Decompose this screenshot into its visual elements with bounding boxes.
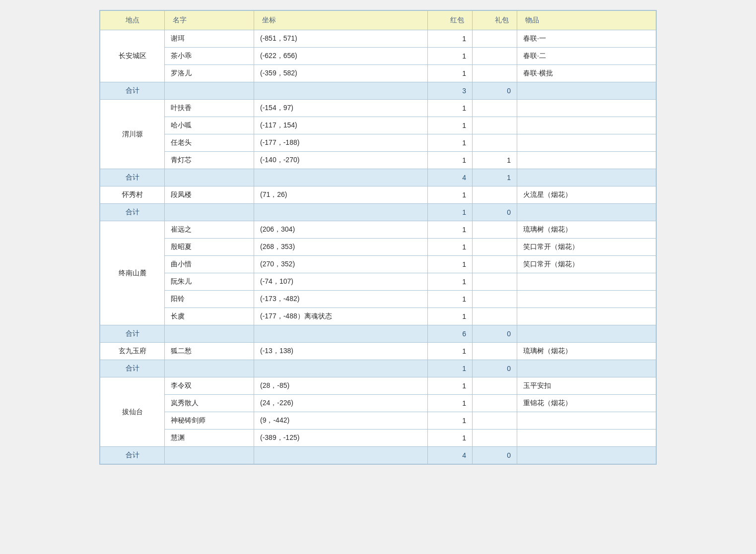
subtotal-empty-item: [517, 169, 656, 186]
cell-gift: [473, 48, 517, 65]
cell-gift: [473, 117, 517, 134]
subtotal-gift: 0: [473, 204, 517, 221]
cell-name: 哈小呱: [165, 117, 254, 134]
table-row: 长安城区谢珥(-851，571)1春联·一: [100, 30, 656, 48]
cell-coord: (24，-226): [254, 395, 428, 412]
subtotal-label: 合计: [100, 360, 165, 377]
cell-item: 重锦花（烟花）: [517, 395, 656, 412]
subtotal-red: 6: [428, 325, 473, 343]
cell-item: 火流星（烟花）: [517, 186, 656, 204]
cell-gift: [473, 377, 517, 395]
cell-gift: [473, 412, 517, 430]
cell-location: 怀秀村: [100, 186, 165, 204]
cell-item: [517, 273, 656, 291]
subtotal-empty-name: [165, 82, 254, 100]
cell-red: 1: [428, 221, 473, 239]
cell-name: 阮朱儿: [165, 273, 254, 291]
cell-name: 段凤楼: [165, 186, 254, 204]
table-row: 怀秀村段凤楼(71，26)1火流星（烟花）: [100, 186, 656, 204]
data-table: 地点 名字 坐标 红包 礼包 物品 长安城区谢珥(-851，571)1春联·一茶…: [100, 10, 656, 464]
cell-red: 1: [428, 152, 473, 169]
subtotal-empty-name: [165, 360, 254, 377]
table-row: 茶小乖(-622，656)1春联·二: [100, 48, 656, 65]
subtotal-empty-item: [517, 204, 656, 221]
cell-name: 崔远之: [165, 221, 254, 239]
cell-item: 琉璃树（烟花）: [517, 221, 656, 239]
cell-coord: (-140，-270): [254, 152, 428, 169]
cell-coord: (-117，154): [254, 117, 428, 134]
subtotal-gift: 0: [473, 447, 517, 464]
table-row: 任老头(-177，-188)1: [100, 134, 656, 152]
cell-name: 谢珥: [165, 30, 254, 48]
cell-item: [517, 291, 656, 308]
subtotal-empty-item: [517, 360, 656, 377]
cell-name: 李令双: [165, 377, 254, 395]
cell-name: 任老头: [165, 134, 254, 152]
cell-coord: (270，352): [254, 256, 428, 273]
subtotal-empty-name: [165, 169, 254, 186]
subtotal-gift: 0: [473, 82, 517, 100]
subtotal-empty-coord: [254, 169, 428, 186]
table-row: 哈小呱(-117，154)1: [100, 117, 656, 134]
cell-name: 茶小乖: [165, 48, 254, 65]
cell-red: 1: [428, 48, 473, 65]
cell-gift: [473, 100, 517, 117]
subtotal-label: 合计: [100, 82, 165, 100]
cell-coord: (-622，656): [254, 48, 428, 65]
cell-name: 青灯芯: [165, 152, 254, 169]
subtotal-row: 合计30: [100, 82, 656, 100]
main-table-wrapper: 地点 名字 坐标 红包 礼包 物品 长安城区谢珥(-851，571)1春联·一茶…: [99, 10, 657, 465]
cell-location: 渭川塬: [100, 100, 165, 169]
cell-item: [517, 152, 656, 169]
cell-name: 慧渊: [165, 430, 254, 447]
cell-item: 玉平安扣: [517, 377, 656, 395]
cell-red: 1: [428, 273, 473, 291]
cell-gift: [473, 291, 517, 308]
subtotal-empty-coord: [254, 325, 428, 343]
subtotal-red: 1: [428, 204, 473, 221]
cell-item: [517, 412, 656, 430]
cell-red: 1: [428, 186, 473, 204]
subtotal-row: 合计40: [100, 447, 656, 464]
cell-item: 笑口常开（烟花）: [517, 256, 656, 273]
table-row: 玄九玉府狐二愁(-13，138)1琉璃树（烟花）: [100, 343, 656, 360]
table-row: 曲小惜(270，352)1笑口常开（烟花）: [100, 256, 656, 273]
cell-gift: [473, 30, 517, 48]
subtotal-empty-item: [517, 447, 656, 464]
cell-coord: (71，26): [254, 186, 428, 204]
subtotal-label: 合计: [100, 447, 165, 464]
cell-gift: [473, 256, 517, 273]
cell-red: 1: [428, 256, 473, 273]
subtotal-red: 4: [428, 447, 473, 464]
cell-coord: (206，304): [254, 221, 428, 239]
cell-item: [517, 430, 656, 447]
cell-item: 春联·横批: [517, 65, 656, 82]
subtotal-row: 合计10: [100, 204, 656, 221]
subtotal-empty-item: [517, 82, 656, 100]
cell-coord: (28，-85): [254, 377, 428, 395]
cell-gift: [473, 343, 517, 360]
cell-coord: (268，353): [254, 239, 428, 256]
table-row: 慧渊(-389，-125)1: [100, 430, 656, 447]
header-coord: 坐标: [254, 11, 428, 30]
cell-item: [517, 134, 656, 152]
subtotal-gift: 1: [473, 169, 517, 186]
subtotal-empty-coord: [254, 360, 428, 377]
cell-red: 1: [428, 30, 473, 48]
cell-coord: (-74，107): [254, 273, 428, 291]
cell-name: 神秘铸剑师: [165, 412, 254, 430]
cell-coord: (-13，138): [254, 343, 428, 360]
header-red: 红包: [428, 11, 473, 30]
table-row: 拔仙台李令双(28，-85)1玉平安扣: [100, 377, 656, 395]
subtotal-gift: 0: [473, 325, 517, 343]
subtotal-empty-item: [517, 325, 656, 343]
cell-gift: [473, 186, 517, 204]
cell-name: 长虞: [165, 308, 254, 325]
cell-gift: [473, 308, 517, 325]
cell-name: 罗洛儿: [165, 65, 254, 82]
table-row: 殷昭夏(268，353)1笑口常开（烟花）: [100, 239, 656, 256]
cell-item: 笑口常开（烟花）: [517, 239, 656, 256]
table-row: 岚秀散人(24，-226)1重锦花（烟花）: [100, 395, 656, 412]
cell-gift: 1: [473, 152, 517, 169]
cell-red: 1: [428, 239, 473, 256]
